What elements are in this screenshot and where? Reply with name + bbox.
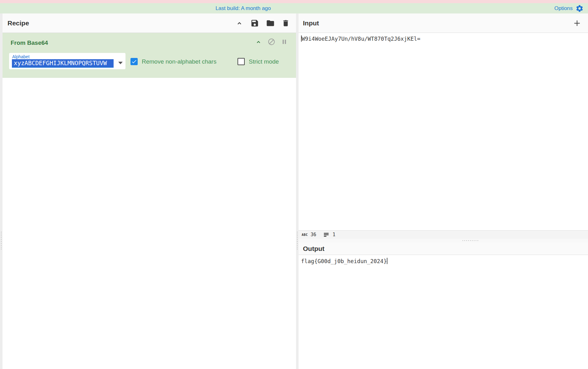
io-panel: Input W9i4WoeEJAy7Un/hV8u/WT870Tq2J6xjKE… [299,13,588,369]
cyberchef-app: Last build: A month ago Options Recipe [0,0,588,369]
resizer-handle-dots[interactable] [1,231,2,249]
input-status-bar: ABC 36 1 [299,230,588,239]
output-editor[interactable]: flag{G00d_j0b_heidun_2024} [299,255,588,369]
remove-non-alphabet-checkbox[interactable]: Remove non-alphabet chars [130,58,217,65]
output-header: Output [299,242,588,255]
plus-icon[interactable] [572,18,582,28]
input-editor[interactable]: W9i4WoeEJAy7Un/hV8u/WT870Tq2J6xjKEl= [299,33,588,230]
folder-icon[interactable] [266,19,275,28]
alphabet-label: Alphabet [12,54,29,59]
checkbox-checked-icon[interactable] [130,58,138,65]
operations-panel-resizer[interactable] [0,13,3,369]
trash-icon[interactable] [282,19,290,27]
collapse-chevron-icon[interactable] [235,19,243,27]
splitter-handle-dots[interactable] [462,240,479,241]
save-icon[interactable] [250,19,259,28]
recipe-panel: Recipe From Base64 [3,13,296,369]
checkbox-unchecked-icon[interactable] [238,58,245,65]
gear-icon[interactable] [575,4,584,13]
alphabet-selected-text: xyzABCDEFGHIJKLMNOPQRSTUVW [12,59,114,67]
recipe-header: Recipe [3,13,296,33]
collapse-chevron-icon[interactable] [255,38,262,46]
options-button[interactable]: Options [554,3,584,13]
line-count: 1 [333,232,335,237]
recipe-io-resizer[interactable] [296,13,299,369]
char-count: 36 [311,232,316,237]
alphabet-input[interactable]: xyzABCDEFGHIJKLMNOPQRSTUVW [12,59,114,68]
alphabet-arg: Alphabet xyzABCDEFGHIJKLMNOPQRSTUVW [9,53,125,69]
line-count-icon [324,232,330,237]
chevron-down-icon[interactable] [118,62,123,64]
input-text: W9i4WoeEJAy7Un/hV8u/WT870Tq2J6xjKEl= [302,36,420,42]
top-pink-strip [0,0,588,3]
checkbox-label: Strict mode [249,58,279,65]
operation-name[interactable]: From Base64 [11,39,48,46]
build-banner: Last build: A month ago Options [0,3,588,13]
output-title: Output [303,245,325,252]
input-header: Input [299,13,588,33]
last-build-link[interactable]: Last build: A month ago [216,5,271,12]
recipe-title: Recipe [8,19,29,27]
pause-icon[interactable] [281,38,288,45]
abc-count-icon: ABC [302,233,308,236]
input-output-splitter[interactable] [299,239,588,242]
output-text: flag{G00d_j0b_heidun_2024} [301,258,387,264]
resizer-handle-dots[interactable] [297,231,298,249]
text-cursor [387,258,387,264]
strict-mode-checkbox[interactable]: Strict mode [238,58,279,65]
disable-icon[interactable] [268,38,275,46]
operation-from-base64[interactable]: From Base64 Alphabet xyzABCDEFGHIJKLMNOP… [3,33,296,78]
options-label: Options [554,5,573,12]
checkbox-label: Remove non-alphabet chars [142,58,217,65]
input-title: Input [303,19,319,27]
